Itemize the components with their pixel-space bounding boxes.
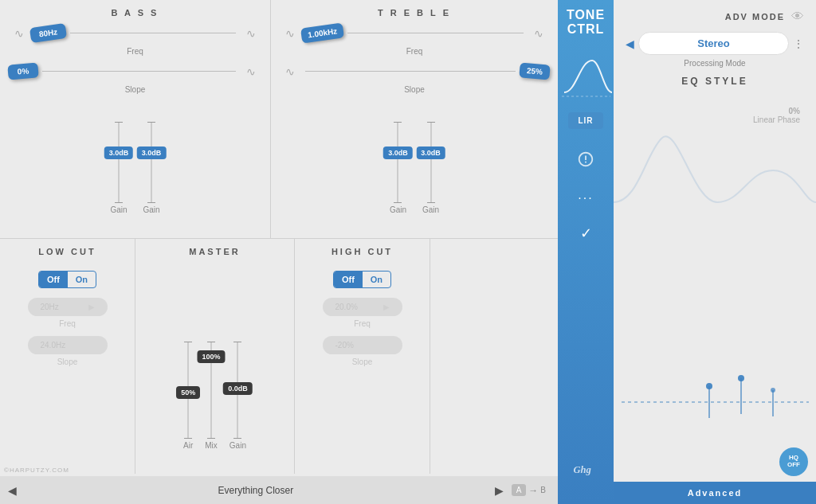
fader-track[interactable]: 3.0dB (118, 123, 120, 202)
bass-freq-knob[interactable]: 80Hz (29, 23, 67, 43)
high-cut-disabled-area: 20.0% ▶ Freq -20% Slope (323, 295, 402, 374)
treble-freq-row: ∿ 1.00kHz ∿ (279, 25, 550, 41)
mgain-fader-handle[interactable]: 0.0dB (223, 382, 253, 395)
next-preset-btn[interactable]: ▶ (495, 484, 504, 497)
treble-gain1-fader: 3.0dB Gain (390, 122, 406, 222)
bass-slope-knob[interactable]: 0% (7, 62, 39, 80)
treble-slope-wave: ∿ (285, 65, 295, 78)
high-cut-toggle[interactable]: Off On (333, 271, 391, 288)
treble-section: T R E B L E ∿ 1.00kHz ∿ Freq ∿ 25% Slope (271, 0, 558, 238)
air-fader-bottom (184, 438, 192, 439)
high-cut-freq-label: Freq (323, 319, 402, 328)
bottom-section: LOW CUT Off On 20Hz ▶ Freq 24.0Hz Slope (0, 239, 558, 474)
viz-area: 0% Linear Phase (614, 91, 816, 482)
power-btn[interactable] (577, 150, 594, 172)
treble-slope-row: ∿ 25% (279, 64, 550, 79)
high-cut-section: HIGH CUT Off On 20.0% ▶ Freq -20% Slope (295, 239, 430, 474)
t-fader-track2[interactable]: 3.0dB (430, 123, 432, 202)
a-btn[interactable]: A (512, 484, 527, 496)
bass-gain1-handle[interactable]: 3.0dB (104, 147, 134, 159)
treble-title: T R E B L E (378, 8, 451, 18)
low-cut-title: LOW CUT (38, 247, 96, 256)
bass-freq-row: ∿ 80Hz ∿ (8, 25, 262, 41)
master-faders: 50% Air 100% Mix (183, 264, 246, 466)
bass-gain2-handle[interactable]: 3.0dB (137, 147, 167, 159)
mix-fader: 100% Mix (205, 342, 218, 458)
bass-slope-row: 0% ∿ (8, 64, 262, 79)
treble-gain2-fader: 3.0dB Gain (422, 122, 439, 222)
lir-btn[interactable]: LIR (568, 112, 602, 129)
right-panel: ADV MODE 👁 ◀ Stereo ⋮ Processing Mode EQ… (614, 0, 816, 504)
bottom-bar: ◀ Everything Closer ▶ A → B (0, 476, 558, 504)
linear-phase-value: 0% (753, 107, 800, 115)
adv-mode-header: ADV MODE 👁 (614, 0, 816, 28)
high-cut-title: HIGH CUT (332, 247, 393, 256)
stereo-dropdown[interactable]: Stereo (638, 32, 789, 55)
wave-left-icon: ∿ (14, 27, 24, 40)
high-cut-on-btn[interactable]: On (363, 272, 390, 287)
ab-group: A → B (512, 484, 546, 496)
treble-freq-line (347, 33, 524, 33)
dots-viz-svg (614, 346, 816, 442)
low-cut-slope-value: 24.0Hz (41, 341, 66, 350)
adv-mode-label: ADV MODE (725, 12, 785, 21)
bass-slope-label: Slope (125, 85, 146, 94)
high-cut-off-btn[interactable]: Off (334, 272, 363, 287)
bass-faders-row: 3.0dB Gain 3.0dB Gain (8, 102, 262, 230)
advanced-btn[interactable]: Advanced (614, 482, 816, 504)
options-btn[interactable]: ··· (578, 191, 593, 205)
svg-point-8 (771, 388, 775, 393)
master-gain-label: Gain (230, 441, 246, 450)
treble-slope-label: Slope (404, 85, 425, 94)
treble-gain2-handle[interactable]: 3.0dB (416, 147, 445, 159)
low-cut-off-btn[interactable]: Off (39, 272, 68, 287)
fader-bottom-line2 (147, 202, 155, 203)
stereo-prev-btn[interactable]: ◀ (626, 37, 634, 50)
mgain-fader-track[interactable]: 0.0dB (237, 342, 238, 438)
center-sidebar: TONE CTRL LIR ··· ✓ Ghg (558, 0, 614, 504)
treble-slope-line (305, 71, 516, 72)
t-fader-bottom1 (394, 202, 402, 203)
treble-gain1-handle[interactable]: 3.0dB (383, 147, 413, 159)
high-cut-freq-arrow: ▶ (383, 303, 390, 311)
app-tone: TONE (567, 8, 605, 22)
low-cut-freq-value: 20Hz (41, 303, 59, 311)
high-cut-slope-control: -20% (323, 336, 402, 354)
treble-wave-right: ∿ (534, 27, 543, 40)
treble-slope-knob[interactable]: 25% (519, 62, 551, 80)
mgain-fader-bottom (233, 438, 241, 439)
t-fader-bottom2 (427, 202, 435, 203)
air-fader-track[interactable]: 50% (187, 342, 189, 438)
top-section: B A S S ∿ 80Hz ∿ Freq 0% ∿ Slope (0, 0, 558, 239)
low-cut-freq-control: 20Hz ▶ (28, 298, 108, 316)
linear-phase-area: 0% Linear Phase (753, 107, 800, 124)
confirm-btn[interactable]: ✓ (580, 225, 592, 242)
hq-btn[interactable]: HQ OFF (779, 447, 808, 476)
low-cut-section: LOW CUT Off On 20Hz ▶ Freq 24.0Hz Slope (0, 239, 135, 474)
bottom-spacer (430, 239, 558, 474)
ghz-logo: Ghg (572, 462, 600, 480)
bass-gain2-label: Gain (143, 205, 160, 214)
treble-wave-left: ∿ (285, 27, 295, 40)
eq-style-label: EQ STYLE (614, 76, 816, 87)
bass-slope-line (42, 71, 236, 72)
mix-fader-track[interactable]: 100% (210, 342, 212, 438)
mix-fader-handle[interactable]: 100% (198, 350, 226, 363)
svg-point-6 (738, 375, 744, 381)
prev-preset-btn[interactable]: ◀ (8, 484, 17, 497)
bass-gain2-fader: 3.0dB Gain (143, 122, 160, 222)
air-fader-handle[interactable]: 50% (176, 386, 200, 399)
low-cut-on-btn[interactable]: On (68, 272, 96, 287)
stereo-menu-btn[interactable]: ⋮ (793, 37, 804, 50)
eq-curve-svg (560, 45, 612, 108)
t-fader-track1[interactable]: 3.0dB (397, 123, 398, 202)
bass-section: B A S S ∿ 80Hz ∿ Freq 0% ∿ Slope (0, 0, 271, 238)
svg-text:Ghg: Ghg (573, 464, 590, 475)
low-cut-toggle[interactable]: Off On (38, 271, 96, 288)
fader-track2[interactable]: 3.0dB (151, 123, 152, 202)
master-gain-fader: 0.0dB Gain (230, 342, 246, 458)
watermark: ©HARPUTZY.COM (4, 467, 69, 474)
low-cut-disabled-area: 20Hz ▶ Freq 24.0Hz Slope (28, 295, 108, 374)
master-section: MASTER 50% Air 100 (135, 239, 295, 474)
treble-freq-knob[interactable]: 1.00kHz (300, 22, 344, 43)
